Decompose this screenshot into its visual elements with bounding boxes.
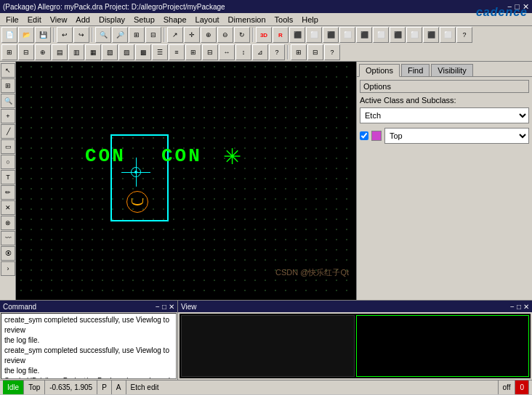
tb-btn-save[interactable]: 💾 (35, 27, 51, 43)
cmd-line-5: Symbol 'D:/allegroProject/myPackage/mypa… (4, 376, 173, 379)
status-p[interactable]: P (97, 380, 112, 394)
tb-btn-extra6[interactable]: ⬜ (373, 27, 389, 43)
tb-btn-extra4[interactable]: ⬜ (339, 27, 355, 43)
tb-btn-select[interactable]: ↗ (167, 27, 183, 43)
tb-btn-rotate[interactable]: ↻ (234, 27, 250, 43)
menu-layout[interactable]: Layout (191, 15, 224, 25)
status-a[interactable]: A (112, 380, 126, 394)
menu-edit[interactable]: Edit (23, 15, 46, 25)
tb2-btn-14[interactable]: ↔ (219, 44, 235, 60)
tb2-btn-16[interactable]: ⊿ (252, 44, 268, 60)
tb-btn-extra9[interactable]: ⬛ (423, 27, 439, 43)
tb2-btn-9[interactable]: ▩ (135, 44, 151, 60)
tb2-btn-11[interactable]: ≡ (169, 44, 185, 60)
left-btn-chevron-right[interactable]: › (1, 261, 15, 276)
tb2-btn-8[interactable]: ▨ (118, 44, 134, 60)
left-btn-add[interactable]: + (1, 109, 15, 123)
tb-btn-mirror[interactable]: ⊖ (217, 27, 233, 43)
command-minimize[interactable]: − (156, 303, 160, 311)
subclass-select[interactable]: Top Bottom Inner1 (384, 128, 529, 144)
view-minimize[interactable]: − (510, 303, 515, 311)
left-btn-route[interactable]: 〰 (1, 231, 15, 245)
left-btn-text[interactable]: T (1, 170, 15, 184)
left-btn-circle[interactable]: ○ (1, 155, 15, 169)
menu-add[interactable]: Add (71, 15, 94, 25)
left-btn-via[interactable]: ⦿ (1, 246, 15, 261)
right-panel: Options Find Visibility Options Active C… (356, 62, 532, 300)
tab-find[interactable]: Find (401, 64, 430, 76)
tb-btn-redo[interactable]: ↪ (73, 27, 89, 43)
tb-btn-zoom-in[interactable]: 🔍 (95, 27, 111, 43)
tb-btn-extra2[interactable]: ⬜ (306, 27, 322, 43)
tb-btn-extra3[interactable]: ⬛ (323, 27, 339, 43)
tb-btn-extra7[interactable]: ⬛ (390, 27, 406, 43)
tb-btn-zoom-out[interactable]: 🔎 (112, 27, 128, 43)
active-class-label: Active Class and Subclass: (360, 96, 529, 105)
command-output: create_sym completed successfully, use V… (1, 313, 177, 379)
tb2-btn-12[interactable]: ⊞ (185, 44, 201, 60)
tb-btn-extra8[interactable]: ⬜ (406, 27, 422, 43)
left-btn-arrow[interactable]: ↖ (1, 63, 15, 78)
menu-file[interactable]: File (1, 15, 23, 25)
canvas[interactable]: CON CON ✳ CSDN @快乐红子Qt (16, 62, 356, 300)
view-maximize[interactable]: □ (517, 303, 521, 311)
subclass-row: Top Bottom Inner1 (360, 128, 529, 144)
tb2-btn-13[interactable]: ⊟ (202, 44, 218, 60)
left-btn-line[interactable]: ╱ (1, 124, 15, 139)
view-controls[interactable]: − □ ✕ (510, 303, 529, 311)
tb2-btn-18[interactable]: ⊞ (291, 44, 307, 60)
menu-display[interactable]: Display (94, 15, 129, 25)
tb2-btn-10[interactable]: ☰ (152, 44, 168, 60)
tb2-btn-3[interactable]: ⊕ (35, 44, 51, 60)
menu-tools[interactable]: Tools (270, 15, 298, 25)
tb-btn-new[interactable]: 📄 (1, 27, 17, 43)
tb2-btn-17[interactable]: ? (269, 44, 285, 60)
tb-btn-open[interactable]: 📂 (18, 27, 34, 43)
tb-btn-r1[interactable]: R (273, 27, 289, 43)
menu-setup[interactable]: Setup (129, 15, 159, 25)
options-content: Options Active Class and Subclass: Etch … (357, 77, 532, 300)
tb-btn-extra5[interactable]: ⬛ (356, 27, 372, 43)
command-maximize[interactable]: □ (162, 303, 166, 311)
tb-btn-zoom-prev[interactable]: ⊟ (145, 27, 161, 43)
command-close[interactable]: ✕ (169, 303, 174, 311)
tab-options[interactable]: Options (359, 64, 400, 77)
tb-btn-3d[interactable]: 3D (256, 27, 272, 43)
tab-visibility[interactable]: Visibility (431, 64, 473, 76)
tb-btn-zoom-fit[interactable]: ⊞ (129, 27, 145, 43)
tb2-btn-1[interactable]: ⊞ (1, 44, 17, 60)
subclass-color-swatch (371, 131, 382, 141)
tb-btn-move[interactable]: ✛ (184, 27, 200, 43)
left-btn-pad[interactable]: ⊗ (1, 216, 15, 230)
menu-shape[interactable]: Shape (159, 15, 191, 25)
right-panel-tabs: Options Find Visibility (357, 62, 532, 77)
tb2-sep (287, 45, 289, 60)
tb2-btn-7[interactable]: ▧ (102, 44, 118, 60)
subclass-checkbox[interactable] (360, 131, 368, 140)
left-btn-delete[interactable]: ✕ (1, 200, 15, 215)
tb-btn-copy[interactable]: ⊕ (201, 27, 217, 43)
tb2-btn-6[interactable]: ▦ (85, 44, 101, 60)
view-close[interactable]: ✕ (523, 303, 529, 311)
tb2-btn-15[interactable]: ↕ (235, 44, 251, 60)
left-btn-rect[interactable]: ▭ (1, 139, 15, 154)
command-controls[interactable]: − □ ✕ (156, 303, 174, 311)
tb-btn-extra10[interactable]: ⬜ (440, 27, 456, 43)
tb-btn-undo[interactable]: ↩ (57, 27, 73, 43)
left-btn-zoom[interactable]: 🔍 (1, 94, 15, 108)
tb-separator-1 (53, 28, 55, 42)
tb2-btn-19[interactable]: ⊟ (307, 44, 323, 60)
tb2-btn-4[interactable]: ▤ (52, 44, 68, 60)
left-btn-edit[interactable]: ✏ (1, 185, 15, 200)
tb2-btn-5[interactable]: ▥ (68, 44, 84, 60)
tb2-btn-20[interactable]: ? (324, 44, 340, 60)
tb2-btn-2[interactable]: ⊟ (18, 44, 34, 60)
tb-btn-extra1[interactable]: ⬛ (289, 27, 305, 43)
toolbar-row-1: 📄 📂 💾 ↩ ↪ 🔍 🔎 ⊞ ⊟ ↗ ✛ ⊕ ⊖ ↻ 3D R ⬛ ⬜ ⬛ ⬜… (0, 26, 532, 44)
menu-help[interactable]: Help (297, 15, 323, 25)
menu-view[interactable]: View (46, 15, 72, 25)
left-btn-select[interactable]: ⊞ (1, 78, 15, 93)
tb-btn-extra11[interactable]: ? (456, 27, 472, 43)
menu-dimension[interactable]: Dimension (224, 15, 270, 25)
class-select[interactable]: Etch Board Geometry Package Geometry (360, 107, 529, 123)
